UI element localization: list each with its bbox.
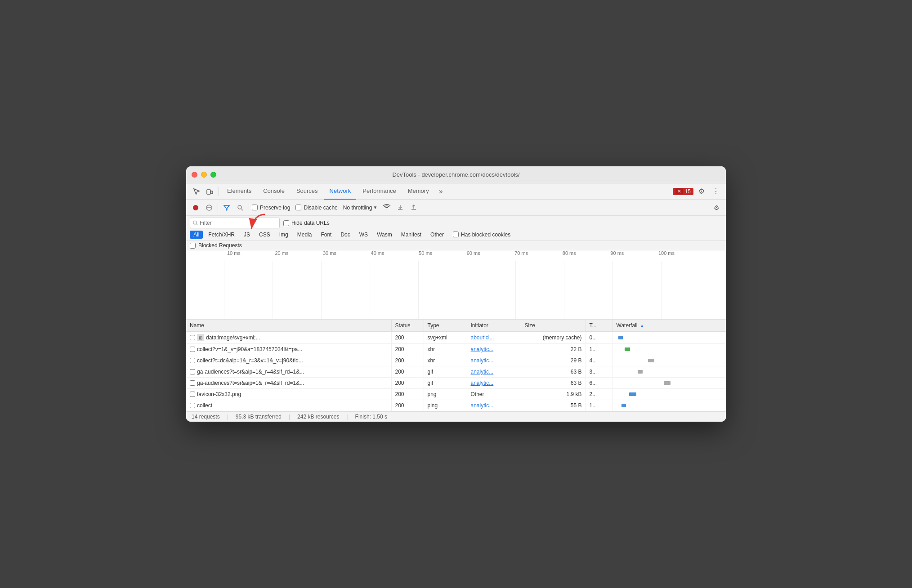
filter-wasm-button[interactable]: Wasm xyxy=(373,231,396,239)
filter-js-button[interactable]: JS xyxy=(240,231,254,239)
tick-20ms: 20 ms xyxy=(275,250,288,256)
table-row[interactable]: ⊞ data:image/svg+xml;... 200 svg+xml abo… xyxy=(186,332,726,344)
timeline-header: 10 ms 20 ms 30 ms 40 ms 50 ms 60 ms 70 m… xyxy=(186,250,726,261)
more-tabs-button[interactable]: » xyxy=(435,187,447,196)
blocked-requests-checkbox[interactable] xyxy=(190,243,196,249)
svg-rect-1 xyxy=(211,191,213,194)
col-header-name[interactable]: Name xyxy=(186,320,391,332)
table-row[interactable]: collect?v=1&_v=j90&a=1837457034&t=pa... … xyxy=(186,344,726,355)
table-row[interactable]: ga-audiences?t=sr&aip=1&_r=4&slf_rd=1&..… xyxy=(186,378,726,389)
filter-xhr-button[interactable]: Fetch/XHR xyxy=(205,231,238,239)
filter-all-button[interactable]: All xyxy=(190,231,203,239)
row-checkbox-2[interactable] xyxy=(190,358,195,363)
search-button[interactable] xyxy=(234,202,246,214)
row-checkbox-6[interactable] xyxy=(190,403,195,408)
col-header-initiator[interactable]: Initiator xyxy=(467,320,521,332)
filter-input[interactable] xyxy=(200,220,277,226)
hide-data-urls-checkbox[interactable] xyxy=(283,220,289,226)
window-title: DevTools - developer.chrome.com/docs/dev… xyxy=(392,171,519,178)
settings-icon[interactable]: ⚙ xyxy=(695,185,708,198)
hide-data-urls-label[interactable]: Hide data URLs xyxy=(283,220,330,226)
tab-console[interactable]: Console xyxy=(258,183,290,200)
status-requests: 14 requests xyxy=(192,414,220,420)
preserve-log-label[interactable]: Preserve log xyxy=(252,205,290,211)
table-row[interactable]: collect?t=dc&aip=1&_r=3&v=1&_v=j90&tid..… xyxy=(186,355,726,366)
minimize-button[interactable] xyxy=(201,172,207,178)
has-blocked-cookies-checkbox[interactable] xyxy=(453,232,459,237)
network-settings-button[interactable]: ⚙ xyxy=(711,202,722,214)
error-count: 15 xyxy=(685,188,691,195)
import-har-button[interactable] xyxy=(394,202,406,214)
row-checkbox-5[interactable] xyxy=(190,392,195,397)
device-toolbar-icon[interactable] xyxy=(203,185,216,198)
cell-initiator-6: analytic... xyxy=(467,400,521,411)
col-header-time[interactable]: T... xyxy=(586,320,612,332)
cell-status-0: 200 xyxy=(391,332,424,344)
cell-name-4: ga-audiences?t=sr&aip=1&_r=4&slf_rd=1&..… xyxy=(186,378,391,389)
network-table-scroll[interactable]: Name Status Type Initiator Size xyxy=(186,320,726,411)
waterfall-bar-2 xyxy=(648,359,654,362)
export-har-button[interactable] xyxy=(408,202,420,214)
table-row[interactable]: ga-audiences?t=sr&aip=1&_r=4&slf_rd=1&..… xyxy=(186,366,726,378)
tick-70ms: 70 ms xyxy=(514,250,528,256)
row-checkbox-1[interactable] xyxy=(190,347,195,352)
has-blocked-cookies-label[interactable]: Has blocked cookies xyxy=(453,232,510,238)
col-header-type[interactable]: Type xyxy=(424,320,467,332)
filter-input-wrap xyxy=(190,218,280,228)
preserve-log-checkbox[interactable] xyxy=(252,205,258,210)
filter-font-button[interactable]: Font xyxy=(317,231,335,239)
cell-type-4: gif xyxy=(424,378,467,389)
filter-button[interactable] xyxy=(221,202,232,214)
devtools-window: DevTools - developer.chrome.com/docs/dev… xyxy=(186,166,726,422)
row-checkbox-0[interactable] xyxy=(190,335,195,340)
cell-size-6: 55 B xyxy=(521,400,586,411)
disable-cache-checkbox[interactable] xyxy=(295,205,301,210)
disable-cache-label[interactable]: Disable cache xyxy=(295,205,337,211)
cell-type-6: ping xyxy=(424,400,467,411)
cell-size-4: 63 B xyxy=(521,378,586,389)
filter-css-button[interactable]: CSS xyxy=(255,231,274,239)
grid-line-2 xyxy=(273,261,273,319)
row-icon-0: ⊞ xyxy=(197,334,204,341)
cell-time-3: 3... xyxy=(586,366,612,378)
status-resources: 242 kB resources xyxy=(297,414,339,420)
cell-time-1: 1... xyxy=(586,344,612,355)
col-header-waterfall[interactable]: Waterfall ▲ xyxy=(612,320,726,332)
cell-type-2: xhr xyxy=(424,355,467,366)
record-button[interactable] xyxy=(190,202,201,214)
filter-other-button[interactable]: Other xyxy=(427,231,447,239)
throttling-select[interactable]: No throttling ▼ xyxy=(343,205,378,211)
cursor-icon[interactable] xyxy=(190,185,202,198)
more-options-icon[interactable]: ⋮ xyxy=(710,185,722,198)
filter-ws-button[interactable]: WS xyxy=(356,231,371,239)
table-row[interactable]: collect 200 ping analytic... 55 B 1... xyxy=(186,400,726,411)
row-checkbox-4[interactable] xyxy=(190,380,195,386)
col-header-size[interactable]: Size xyxy=(521,320,586,332)
tick-80ms: 80 ms xyxy=(563,250,576,256)
col-header-status[interactable]: Status xyxy=(391,320,424,332)
close-button[interactable] xyxy=(192,172,197,178)
filter-img-button[interactable]: Img xyxy=(276,231,292,239)
filter-doc-button[interactable]: Doc xyxy=(337,231,353,239)
tab-sources[interactable]: Sources xyxy=(291,183,323,200)
row-checkbox-3[interactable] xyxy=(190,369,195,374)
tab-performance[interactable]: Performance xyxy=(357,183,401,200)
grid-line-3 xyxy=(321,261,322,319)
clear-button[interactable] xyxy=(203,202,215,214)
tick-30ms: 30 ms xyxy=(323,250,336,256)
tab-memory[interactable]: Memory xyxy=(402,183,434,200)
cell-waterfall-6 xyxy=(612,400,726,411)
maximize-button[interactable] xyxy=(210,172,216,178)
svg-line-6 xyxy=(241,209,243,210)
tab-elements[interactable]: Elements xyxy=(222,183,257,200)
filter-media-button[interactable]: Media xyxy=(294,231,316,239)
filter-manifest-button[interactable]: Manifest xyxy=(398,231,425,239)
table-row[interactable]: favicon-32x32.png 200 png Other 1.9 kB 2… xyxy=(186,389,726,400)
tab-network[interactable]: Network xyxy=(324,183,357,200)
cell-time-2: 4... xyxy=(586,355,612,366)
error-badge: ✕ 15 xyxy=(673,188,693,195)
waterfall-bar-1 xyxy=(625,347,630,351)
cell-waterfall-1 xyxy=(612,344,726,355)
cell-type-3: gif xyxy=(424,366,467,378)
svg-line-8 xyxy=(196,224,197,225)
